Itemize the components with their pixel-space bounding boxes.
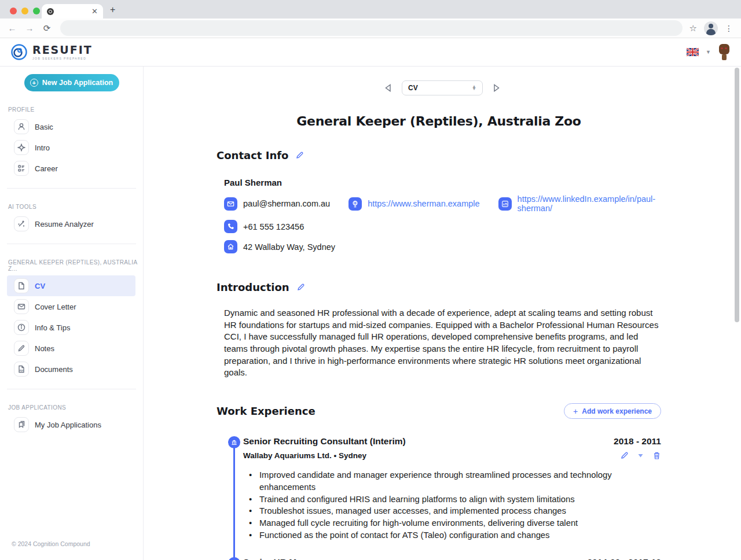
document-select[interactable]: CV ▲▼ [402, 80, 483, 95]
job-company: Wallaby Aquariums Ltd. • Sydney [243, 451, 366, 460]
divider [7, 389, 136, 389]
sidebar-item-intro[interactable]: Intro [0, 137, 143, 158]
user-avatar[interactable] [718, 44, 731, 60]
contact-address: 42 Wallaby Way, Sydney [224, 240, 661, 253]
sidebar-item-my-job-applications[interactable]: My Job Applications [0, 414, 143, 435]
building-icon [228, 436, 240, 448]
sidebar-item-cv[interactable]: CV [7, 275, 135, 296]
prev-document-icon[interactable] [384, 84, 391, 92]
phone-value: +61 555 123456 [243, 222, 304, 231]
job-title: Senior Recruiting Consultant (Interim) [243, 436, 406, 447]
sidebar-item-resume-analyzer[interactable]: Resume Analyzer [0, 213, 143, 234]
brand-tagline: JOB SEEKERS PREPARED [32, 57, 93, 60]
sidebar: + New Job Application PROFILE Basic Intr… [0, 67, 144, 560]
contact-phone: +61 555 123456 [224, 220, 661, 233]
section-label-job: GENERAL KEEPER (REPTILES), AUSTRALIA Z..… [8, 259, 143, 272]
sidebar-item-label: Cover Letter [35, 303, 76, 311]
tab-favicon-icon [47, 8, 54, 15]
edit-introduction-icon[interactable] [296, 283, 305, 292]
address-value: 42 Wallaby Way, Sydney [243, 242, 335, 252]
next-document-icon[interactable] [493, 84, 500, 92]
job-bullet: Managed full cycle recruiting for high-v… [244, 517, 661, 529]
info-circle-icon [14, 320, 29, 335]
page-scrollbar[interactable] [735, 67, 739, 560]
job-bullet: Improved candidate and manager experienc… [244, 469, 661, 493]
sidebar-item-label: Documents [35, 365, 73, 374]
phone-icon [224, 220, 237, 233]
address-bar[interactable] [60, 20, 683, 36]
edit-contact-icon[interactable] [295, 151, 304, 160]
forward-icon[interactable]: → [23, 23, 36, 33]
language-chevron-down-icon[interactable]: ▼ [706, 49, 711, 55]
building-icon [228, 557, 240, 560]
section-label-ai-tools: AI TOOLS [8, 204, 143, 210]
tab-close-icon[interactable]: ✕ [91, 8, 98, 15]
work-entry: Senior HR Manager 2014-09 - 2017-12 Shar… [217, 557, 661, 560]
contact-name: Paul Sherman [224, 178, 661, 187]
contact-website: https://www.sherman.example [349, 197, 479, 211]
sidebar-item-label: Intro [35, 143, 50, 152]
document-icon [14, 278, 29, 293]
sidebar-item-career[interactable]: Career [0, 158, 143, 179]
work-experience-heading: Work Experience [217, 405, 316, 417]
new-job-application-button[interactable]: + New Job Application [24, 74, 119, 91]
bookmark-star-icon[interactable]: ☆ [689, 23, 697, 34]
job-bullet-list: Improved candidate and manager experienc… [244, 469, 661, 541]
maximize-window-button[interactable] [33, 8, 40, 14]
job-bullet: Troubleshot issues, managed user accesse… [244, 505, 661, 517]
move-down-icon[interactable] [636, 451, 645, 460]
website-link[interactable]: https://www.sherman.example [368, 199, 479, 208]
browser-tab-strip: ✕ + [0, 0, 741, 19]
user-icon [14, 119, 29, 134]
browser-toolbar: ← → ⟳ ☆ ⋮ [0, 19, 741, 38]
sidebar-item-label: CV [35, 282, 45, 290]
sidebar-item-label: Resume Analyzer [35, 220, 94, 229]
envelope-icon [14, 299, 29, 314]
contact-linkedin: https://www.linkedIn.example/in/paul-she… [498, 194, 661, 213]
reload-icon[interactable]: ⟳ [41, 23, 53, 34]
close-window-button[interactable] [10, 8, 17, 14]
resufit-logo[interactable]: RESUFIT JOB SEEKERS PREPARED [10, 43, 93, 61]
browser-menu-icon[interactable]: ⋮ [725, 24, 733, 33]
sidebar-item-info-tips[interactable]: Info & Tips [0, 317, 143, 338]
sidebar-item-notes[interactable]: Notes [0, 338, 143, 359]
pdf-file-icon: PDF [14, 362, 29, 377]
sidebar-item-label: My Job Applications [35, 421, 101, 429]
home-icon [224, 240, 237, 253]
new-tab-button[interactable]: + [110, 5, 115, 15]
sidebar-item-cover-letter[interactable]: Cover Letter [0, 296, 143, 317]
magic-wand-icon [14, 216, 29, 231]
main-content: CV ▲▼ General Keeper (Reptiles), Austral… [144, 67, 741, 560]
uk-flag-icon[interactable] [687, 48, 699, 56]
select-chevrons-icon: ▲▼ [472, 86, 476, 91]
resufit-logo-icon [10, 43, 28, 61]
window-controls[interactable] [10, 8, 40, 14]
work-experience-timeline: Senior Recruiting Consultant (Interim) 2… [217, 436, 661, 560]
document-switcher: CV ▲▼ [144, 80, 741, 95]
introduction-text: Dynamic and seasoned HR professional wit… [224, 307, 661, 379]
linkedin-icon [498, 197, 512, 211]
browser-tab[interactable]: ✕ [42, 4, 103, 19]
back-icon[interactable]: ← [6, 23, 19, 33]
edit-entry-icon[interactable] [620, 451, 629, 460]
sidebar-item-basic[interactable]: Basic [0, 116, 143, 137]
add-work-experience-button[interactable]: + Add work experience [564, 403, 661, 419]
brand-name: RESUFIT [32, 45, 93, 56]
linkedin-link[interactable]: https://www.linkedIn.example/in/paul-she… [518, 194, 661, 213]
contact-info-heading: Contact Info [217, 149, 288, 161]
sidebar-item-documents[interactable]: PDF Documents [0, 359, 143, 380]
globe-icon [349, 197, 362, 211]
divider [7, 244, 136, 244]
minimize-window-button[interactable] [21, 8, 28, 14]
delete-entry-icon[interactable] [652, 451, 661, 460]
section-label-job-applications: JOB APPLICATIONS [8, 404, 143, 411]
copyright-text: © 2024 Cognition Compound [12, 540, 90, 547]
document-select-value: CV [408, 84, 418, 92]
pencil-icon [14, 341, 29, 356]
introduction-heading: Introduction [217, 281, 289, 293]
scrollbar-thumb[interactable] [735, 68, 739, 322]
sidebar-item-label: Notes [35, 344, 54, 353]
bookmark-stack-icon [14, 417, 29, 432]
browser-profile-avatar[interactable] [704, 21, 718, 35]
sidebar-item-label: Career [35, 164, 58, 173]
